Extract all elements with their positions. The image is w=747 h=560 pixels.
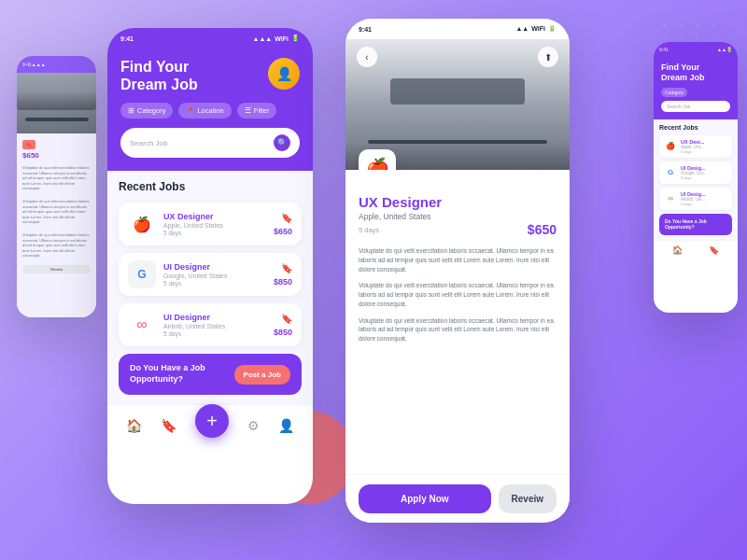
back-button[interactable]: ‹ <box>357 47 377 67</box>
right-app-title: Find Your Dream Job <box>661 63 730 83</box>
job-company-0: Apple, United States <box>163 222 266 229</box>
job-logo-google: G <box>128 260 156 288</box>
share-button[interactable]: ⬆ <box>538 47 558 67</box>
right-logo-0: 🍎 <box>664 140 677 153</box>
mini-review-button[interactable]: Reveiw <box>22 265 91 273</box>
location-filter[interactable]: 📍 Location <box>178 103 231 119</box>
right-info-2: UI Desig... Airbnb, Uni... 5 days <box>681 191 727 206</box>
job-card-0[interactable]: 🍎 UX Designer Apple, United States 5 day… <box>119 203 302 245</box>
detail-description-2: Voluptate do qui velit exercitation labo… <box>359 281 557 308</box>
jobs-body: Recent Jobs 🍎 UX Designer Apple, United … <box>107 171 313 403</box>
detail-company: Apple, United States <box>359 212 557 221</box>
right-section-title: Recent Jobs <box>659 124 732 131</box>
right-bottom-nav: 🏠 🔖 <box>654 240 738 260</box>
job-title-0: UX Designer <box>163 212 266 221</box>
status-bar-left: 9:41 ▲▲▲ <box>17 56 96 73</box>
job-days-1: 5 days <box>163 280 266 287</box>
right-nav-home[interactable]: 🏠 <box>672 245 683 255</box>
promo-text: Do You Have a Job Opportunity? <box>130 363 234 385</box>
filter-row: ⊞ Category 📍 Location ☰ Filter <box>120 103 300 119</box>
bottom-nav: 🏠 🔖 + ⚙ 👤 <box>107 404 313 447</box>
right-logo-1: G <box>664 166 677 179</box>
promo-banner: Do You Have a Job Opportunity? Post a Jo… <box>119 354 302 394</box>
right-job-1[interactable]: G UI Desig... Google, Uni... 5 days <box>659 161 732 184</box>
nav-profile-icon[interactable]: 👤 <box>278 418 294 433</box>
status-icons-detail: ▲▲ WiFi 🔋 <box>515 25 557 33</box>
phone-left-mini: 9:41 ▲▲▲ 🔖 $650 Voluptate do qui velit e… <box>17 56 96 317</box>
right-promo-text: Do You Have a Job Opportunity? <box>665 218 726 231</box>
mini-price: $650 <box>17 151 96 160</box>
search-icon[interactable]: 🔍 <box>274 134 290 151</box>
right-category-filter[interactable]: Category <box>661 88 687 97</box>
job-card-2[interactable]: ∞ UI Designer Airbnb, United States 5 da… <box>119 303 302 346</box>
right-days-2: 5 days <box>681 202 727 206</box>
company-logo-detail: 🍎 <box>359 149 396 170</box>
job-info-1: UI Designer Google, United States 5 days <box>163 262 266 287</box>
detail-hero-image: ‹ ⬆ 🍎 🔖 <box>345 39 570 170</box>
filter-button[interactable]: ☰ Filter <box>237 103 277 119</box>
mini-bookmark: 🔖 <box>22 140 35 149</box>
search-placeholder: Search Job <box>130 139 167 147</box>
right-search-bar[interactable]: Search Job <box>661 101 730 112</box>
job-right-1: 🔖 $850 <box>274 263 292 287</box>
detail-description-1: Voluptate do qui velit exercitation labo… <box>359 246 557 273</box>
mini-hero-image <box>17 73 96 133</box>
job-logo-airbnb: ∞ <box>128 311 156 339</box>
job-salary-2: $850 <box>274 328 292 337</box>
status-bar-right: 9:41 ▲▲🔋 <box>654 42 738 57</box>
nav-home-icon[interactable]: 🏠 <box>126 418 142 433</box>
right-days-0: 5 days <box>681 149 727 154</box>
nav-fab-button[interactable]: + <box>195 404 229 438</box>
mini-desc-1: Voluptate do qui velit exercitation labo… <box>17 163 96 195</box>
detail-description-3: Voluptate do qui velit exercitation labo… <box>359 316 557 343</box>
post-job-button[interactable]: Post a Job <box>234 365 290 385</box>
bookmark-icon-2: 🔖 <box>281 314 292 324</box>
status-icons: ▲▲▲ WiFi 🔋 <box>252 35 300 42</box>
job-company-2: Airbnb, United States <box>163 323 266 329</box>
right-header: Find Your Dream Job Category Search Job <box>654 57 738 119</box>
detail-meta-row: 5 days $650 <box>359 222 557 237</box>
job-title-2: UI Designer <box>163 313 266 322</box>
avatar[interactable]: 👤 <box>268 58 300 90</box>
nav-bookmark-icon[interactable]: 🔖 <box>161 418 176 433</box>
job-right-0: 🔖 $650 <box>274 213 292 236</box>
job-info-2: UI Designer Airbnb, United States 5 days <box>163 313 266 337</box>
right-logo-2: ∞ <box>664 192 677 205</box>
right-filter-row: Category <box>661 88 730 97</box>
mini-desc-3: Voluptate do qui velit exercitation labo… <box>17 231 96 262</box>
main-header: Find Your Dream Job 👤 ⊞ Category 📍 Locat… <box>107 49 313 171</box>
job-salary-0: $650 <box>274 227 292 236</box>
detail-days: 5 days <box>359 226 379 234</box>
search-bar[interactable]: Search Job 🔍 <box>120 128 300 158</box>
job-days-0: 5 days <box>163 230 266 236</box>
right-info-0: UX Desi... Apple, Uni... 5 days <box>681 139 727 154</box>
detail-salary: $650 <box>528 222 557 237</box>
mini-desc-2: Voluptate do qui velit exercitation labo… <box>17 197 96 229</box>
right-search-text: Search Job <box>667 104 725 109</box>
job-salary-1: $850 <box>274 277 292 287</box>
header-top: Find Your Dream Job 👤 <box>120 58 300 93</box>
detail-body: UX Designer Apple, United States 5 days … <box>345 170 570 407</box>
right-info-1: UI Desig... Google, Uni... 5 days <box>681 165 727 180</box>
bookmark-icon-1: 🔖 <box>281 263 292 273</box>
nav-settings-icon[interactable]: ⚙ <box>247 418 260 433</box>
bookmark-icon-0: 🔖 <box>281 213 292 223</box>
status-bar-main: 9:41 ▲▲▲ WiFi 🔋 <box>107 28 313 49</box>
category-filter[interactable]: ⊞ Category <box>120 103 173 119</box>
right-nav-bookmark[interactable]: 🔖 <box>709 245 719 255</box>
job-card-1[interactable]: G UI Designer Google, United States 5 da… <box>119 253 302 296</box>
job-logo-apple: 🍎 <box>128 210 156 238</box>
right-jobs-body: Recent Jobs 🍎 UX Desi... Apple, Uni... 5… <box>654 119 738 240</box>
phone-right-small: 9:41 ▲▲🔋 Find Your Dream Job Category Se… <box>654 42 738 313</box>
apply-now-button[interactable]: Apply Now <box>359 484 491 513</box>
right-job-0[interactable]: 🍎 UX Desi... Apple, Uni... 5 days <box>659 135 732 158</box>
review-button[interactable]: Reveiw <box>499 484 557 513</box>
right-promo: Do You Have a Job Opportunity? <box>659 214 732 235</box>
right-job-2[interactable]: ∞ UI Desig... Airbnb, Uni... 5 days <box>659 188 732 210</box>
job-company-1: Google, United States <box>163 273 266 279</box>
phone-main: 9:41 ▲▲▲ WiFi 🔋 Find Your Dream Job 👤 ⊞ … <box>107 28 313 504</box>
right-days-1: 5 days <box>681 175 727 180</box>
detail-job-title: UX Designer <box>359 194 557 210</box>
status-bar-detail: 9:41 ▲▲ WiFi 🔋 <box>345 19 570 39</box>
job-right-2: 🔖 $850 <box>274 314 292 337</box>
